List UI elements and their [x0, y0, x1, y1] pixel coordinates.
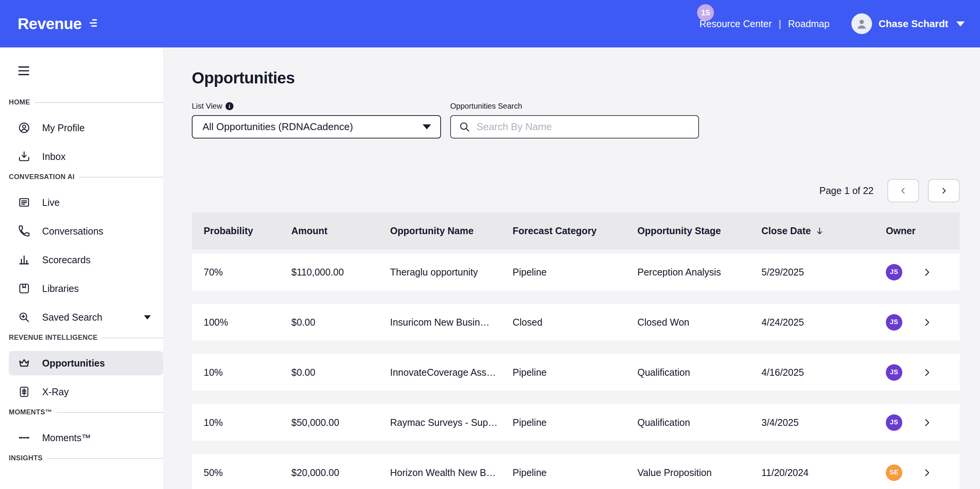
table-body: 70% $110,000.00 Theraglu opportunity Pip…	[192, 254, 960, 489]
sidebar-item-inbox[interactable]: Inbox	[9, 144, 163, 169]
table-row[interactable]: 10% $50,000.00 Raymac Surveys - Sup… Pip…	[192, 404, 960, 441]
user-avatar	[851, 13, 872, 34]
chevron-down-icon[interactable]	[144, 315, 151, 319]
cell-opportunity-name: Insuricom New Busin…	[390, 317, 513, 328]
chevron-down-icon	[956, 21, 965, 26]
cell-opportunity-name: Raymac Surveys - Sup…	[390, 417, 513, 428]
cell-probability: 100%	[204, 317, 291, 328]
x-ray-icon	[18, 385, 31, 398]
column-header-label: Forecast Category	[513, 225, 597, 236]
column-header-label: Close Date	[761, 225, 811, 236]
saved-search-icon	[18, 311, 31, 324]
chevron-left-icon	[899, 186, 908, 195]
section-divider	[57, 412, 163, 413]
pagination: Page 1 of 22	[192, 179, 960, 202]
table-row[interactable]: 10% $0.00 InnovateCoverage Ass… Pipeline…	[192, 354, 960, 391]
sidebar-item-x-ray[interactable]: X-Ray	[9, 380, 163, 404]
hamburger-menu-icon[interactable]	[17, 64, 31, 77]
column-header-opportunity-name[interactable]: Opportunity Name	[390, 225, 513, 236]
owner-avatar[interactable]: JS	[886, 414, 902, 431]
section-label: HOME	[9, 98, 30, 106]
cell-close-date: 11/20/2024	[761, 467, 886, 478]
section-divider	[79, 177, 163, 178]
cell-probability: 10%	[204, 417, 291, 428]
chevron-right-icon[interactable]	[922, 367, 932, 378]
pagination-buttons	[887, 179, 960, 202]
sidebar-item-scorecards[interactable]: Scorecards	[9, 248, 163, 272]
table-row[interactable]: 70% $110,000.00 Theraglu opportunity Pip…	[192, 254, 960, 290]
cell-forecast-category: Pipeline	[513, 367, 637, 378]
cell-close-date: 4/16/2025	[761, 367, 886, 378]
column-header-owner[interactable]: Owner	[886, 225, 960, 236]
cell-probability: 10%	[204, 367, 291, 378]
sidebar-item-label: Live	[42, 197, 60, 208]
chevron-right-icon[interactable]	[922, 267, 932, 277]
sidebar-item-label: Saved Search	[42, 312, 102, 323]
revenue-logo[interactable]: Revenue	[18, 15, 98, 33]
sidebar-item-opportunities[interactable]: Opportunities	[9, 351, 163, 375]
chevron-right-icon[interactable]	[922, 317, 932, 328]
main-content: Opportunities List View All Opportunitie…	[163, 47, 980, 489]
sidebar-item-saved-search[interactable]: Saved Search	[9, 305, 163, 329]
resource-center-link[interactable]: Resource Center	[699, 18, 772, 29]
owner-avatar[interactable]: JS	[886, 364, 902, 381]
roadmap-link[interactable]: Roadmap	[788, 18, 830, 29]
search-input[interactable]	[476, 121, 691, 133]
column-header-opportunity-stage[interactable]: Opportunity Stage	[637, 225, 761, 236]
sidebar-item-my-profile[interactable]: My Profile	[9, 116, 163, 140]
cell-opportunity-stage: Closed Won	[637, 317, 761, 328]
sidebar-item-label: Scorecards	[42, 254, 90, 266]
next-page-button[interactable]	[928, 179, 960, 202]
column-header-close-date[interactable]: Close Date	[761, 225, 886, 236]
cell-forecast-category: Pipeline	[513, 267, 637, 278]
owner-avatar[interactable]: SE	[886, 465, 902, 481]
column-header-label: Owner	[886, 225, 916, 236]
sidebar-item-moments[interactable]: Moments™	[9, 425, 163, 450]
chevron-right-icon[interactable]	[922, 468, 932, 478]
column-header-probability[interactable]: Probability	[204, 225, 291, 236]
sidebar-item-label: Inbox	[42, 151, 65, 162]
search-field: Opportunities Search	[450, 102, 699, 139]
sidebar-item-label: Opportunities	[42, 358, 105, 369]
sort-descending-icon	[815, 226, 825, 236]
info-icon[interactable]	[225, 102, 234, 110]
column-header-amount[interactable]: Amount	[291, 225, 390, 236]
user-menu[interactable]: Chase Schardt	[851, 13, 965, 34]
owner-avatar[interactable]: JS	[886, 314, 902, 331]
moments-icon	[18, 431, 31, 444]
sidebar-item-label: X-Ray	[42, 386, 69, 398]
list-view-field: List View All Opportunities (RDNACadence…	[192, 102, 441, 139]
owner-avatar[interactable]: JS	[886, 264, 902, 280]
cell-probability: 50%	[204, 467, 291, 478]
list-view-select[interactable]: All Opportunities (RDNACadence)	[192, 115, 441, 139]
table-row[interactable]: 50% $20,000.00 Horizon Wealth New B… Pip…	[192, 454, 960, 489]
cell-amount: $50,000.00	[291, 417, 390, 428]
search-box	[450, 115, 699, 139]
profile-icon	[18, 121, 31, 134]
column-header-label: Opportunity Name	[390, 225, 474, 236]
cell-amount: $110,000.00	[291, 267, 390, 278]
column-header-forecast-category[interactable]: Forecast Category	[513, 225, 637, 236]
opportunities-table: Probability Amount Opportunity Name Fore…	[192, 212, 960, 489]
chevron-right-icon	[939, 186, 948, 195]
table-header-row: Probability Amount Opportunity Name Fore…	[192, 212, 960, 249]
cell-amount: $20,000.00	[291, 467, 390, 478]
filters-row: List View All Opportunities (RDNACadence…	[192, 102, 960, 139]
chevron-right-icon[interactable]	[922, 417, 932, 428]
header-links: Resource Center | Roadmap	[699, 18, 830, 29]
phone-icon	[18, 225, 31, 238]
list-view-label-text: List View	[192, 102, 222, 111]
section-label: INSIGHTS	[9, 454, 42, 462]
sidebar-item-live[interactable]: Live	[9, 190, 163, 215]
sidebar-item-label: Moments™	[42, 432, 91, 443]
prev-page-button[interactable]	[887, 179, 919, 202]
sidebar-item-conversations[interactable]: Conversations	[9, 219, 163, 243]
cell-owner: JS	[886, 264, 960, 280]
notification-badge[interactable]: 15	[697, 4, 714, 21]
cell-forecast-category: Pipeline	[513, 417, 637, 428]
search-label-text: Opportunities Search	[450, 102, 522, 111]
cell-probability: 70%	[204, 267, 291, 278]
table-row[interactable]: 100% $0.00 Insuricom New Busin… Closed C…	[192, 304, 960, 341]
cell-owner: JS	[886, 364, 960, 381]
sidebar-item-libraries[interactable]: Libraries	[9, 276, 163, 301]
